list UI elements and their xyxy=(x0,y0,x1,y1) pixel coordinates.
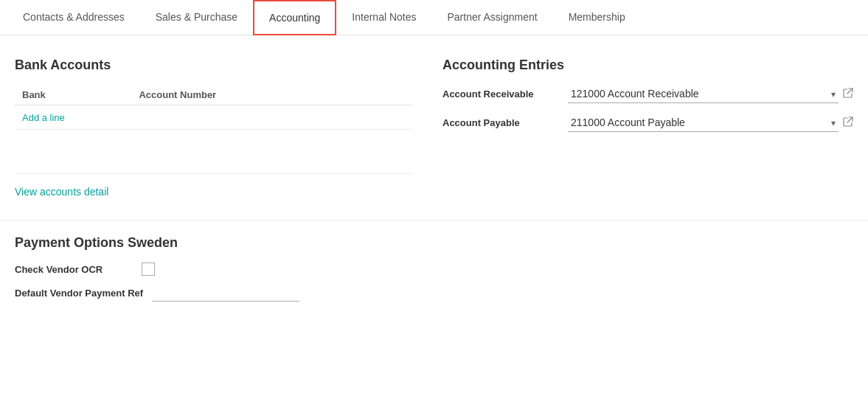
main-content: Bank Accounts Bank Account Number Add a … xyxy=(0,35,868,212)
accounting-entries-title: Accounting Entries xyxy=(442,58,853,73)
payment-options-section: Payment Options Sweden Check Vendor OCR … xyxy=(0,220,868,325)
account-receivable-select-container: 121000 Account Receivable ▾ xyxy=(568,85,839,103)
bank-accounts-panel: Bank Accounts Bank Account Number Add a … xyxy=(15,58,413,198)
account-receivable-select-wrapper: 121000 Account Receivable ▾ xyxy=(568,85,853,103)
add-line-link[interactable]: Add a line xyxy=(22,112,65,123)
account-payable-select-wrapper: 211000 Account Payable ▾ xyxy=(568,114,853,132)
empty-row xyxy=(15,130,413,174)
tab-partner-assignment[interactable]: Partner Assignment xyxy=(432,0,553,35)
account-payable-row: Account Payable 211000 Account Payable ▾ xyxy=(442,114,853,132)
tab-internal-notes[interactable]: Internal Notes xyxy=(336,0,431,35)
account-receivable-row: Account Receivable 121000 Account Receiv… xyxy=(442,85,853,103)
account-payable-external-link-icon[interactable] xyxy=(843,116,853,129)
account-receivable-external-link-icon[interactable] xyxy=(843,88,853,100)
account-payable-select[interactable]: 211000 Account Payable xyxy=(568,114,839,132)
view-accounts-detail-link[interactable]: View accounts detail xyxy=(15,186,108,198)
payment-options-title: Payment Options Sweden xyxy=(15,235,853,251)
tabs-bar: Contacts & Addresses Sales & Purchase Ac… xyxy=(0,0,868,35)
accounting-entries-panel: Accounting Entries Account Receivable 12… xyxy=(442,58,853,198)
default-vendor-payment-ref-row: Default Vendor Payment Ref xyxy=(15,285,853,302)
tab-accounting[interactable]: Accounting xyxy=(253,0,336,35)
account-receivable-select[interactable]: 121000 Account Receivable xyxy=(568,85,839,103)
bank-accounts-table: Bank Account Number Add a line xyxy=(15,85,413,174)
tab-contacts[interactable]: Contacts & Addresses xyxy=(7,0,140,35)
account-receivable-label: Account Receivable xyxy=(442,88,560,100)
check-vendor-ocr-label: Check Vendor OCR xyxy=(15,264,133,275)
check-vendor-ocr-row: Check Vendor OCR xyxy=(15,262,853,276)
account-payable-label: Account Payable xyxy=(442,117,560,128)
default-vendor-payment-ref-label: Default Vendor Payment Ref xyxy=(15,288,143,299)
add-line-row: Add a line xyxy=(15,105,413,130)
check-vendor-ocr-checkbox[interactable] xyxy=(142,262,155,276)
bank-column-header: Bank xyxy=(15,85,131,105)
account-payable-select-container: 211000 Account Payable ▾ xyxy=(568,114,839,132)
account-number-column-header: Account Number xyxy=(131,85,413,105)
tab-membership[interactable]: Membership xyxy=(553,0,641,35)
default-vendor-payment-ref-input[interactable] xyxy=(152,285,299,302)
tab-sales-purchase[interactable]: Sales & Purchase xyxy=(140,0,253,35)
bank-accounts-title: Bank Accounts xyxy=(15,58,413,73)
